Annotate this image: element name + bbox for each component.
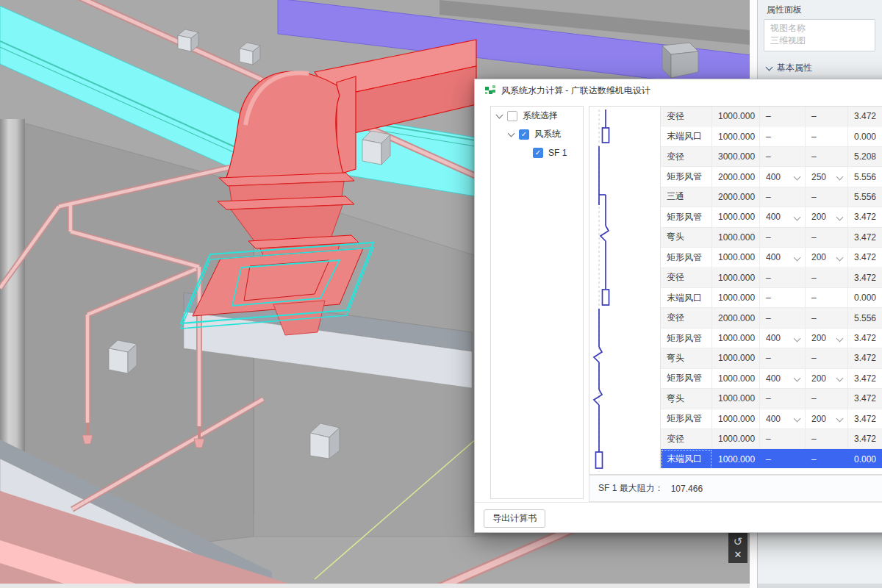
dialog-titlebar[interactable]: 风系统水力计算 - 广联达数维机电设计: [475, 79, 882, 101]
table-row[interactable]: 变径1000.000––3.472: [661, 268, 882, 288]
table-cell: 5.208: [848, 147, 882, 167]
chevron-down-icon[interactable]: [508, 129, 515, 137]
calculation-area: 变径1000.000––3.472末端风口1000.000––0.000变径30…: [589, 106, 882, 475]
chevron-down-icon[interactable]: [836, 173, 844, 181]
table-cell: 3.472: [848, 329, 882, 348]
close-view-icon[interactable]: ✕: [734, 548, 742, 561]
table-cell: 3.472: [848, 429, 882, 449]
chevron-down-icon[interactable]: [496, 111, 503, 118]
table-cell: –: [760, 187, 806, 207]
table-cell: 末端风口: [661, 449, 712, 468]
table-cell: 矩形风管: [661, 207, 712, 227]
table-row[interactable]: 变径1000.000––3.472: [661, 107, 882, 126]
chevron-down-icon[interactable]: [794, 213, 801, 220]
size-dropdown-cell[interactable]: 400: [760, 248, 806, 268]
chevron-down-icon[interactable]: [836, 375, 844, 382]
tree-item-sf1[interactable]: ✓ SF 1: [491, 143, 583, 162]
table-row[interactable]: 末端风口1000.000––0.000: [661, 126, 882, 146]
checkbox[interactable]: ✓: [533, 148, 543, 158]
terminal-symbol: [603, 290, 609, 305]
table-cell: 3.472: [848, 228, 882, 248]
elbow-symbol: [594, 390, 602, 405]
table-cell: 3.472: [848, 248, 882, 268]
table-cell: 5.556: [848, 187, 882, 207]
table-row[interactable]: 弯头1000.000––3.472: [661, 228, 882, 248]
table-cell: 3.472: [848, 389, 882, 409]
table-row[interactable]: 矩形风管1000.0004002003.472: [661, 369, 882, 389]
basic-properties-label: 基本属性: [777, 62, 812, 74]
table-cell: 1000.000: [712, 348, 760, 368]
basic-properties-section[interactable]: 基本属性: [767, 62, 812, 74]
size-dropdown-cell[interactable]: 250: [806, 167, 848, 187]
table-row[interactable]: 弯头1000.000––3.472: [661, 348, 882, 368]
table-cell: 2000.000: [712, 187, 760, 207]
dialog-title: 风系统水力计算 - 广联达数维机电设计: [501, 85, 650, 97]
size-dropdown-cell[interactable]: 400: [760, 207, 806, 227]
table-cell: 2000.000: [712, 167, 760, 187]
chevron-down-icon[interactable]: [836, 334, 844, 342]
table-row[interactable]: 变径2000.000––5.556: [661, 308, 882, 328]
chevron-down-icon[interactable]: [794, 173, 801, 181]
table-cell: 3.472: [848, 348, 882, 368]
size-dropdown-cell[interactable]: 200: [806, 329, 848, 348]
table-row[interactable]: 末端风口1000.000––0.000: [661, 449, 882, 468]
tree-item-air-system[interactable]: ✓ 风系统: [491, 125, 583, 143]
junction-box-near-duct: [362, 131, 390, 165]
terminal-symbol: [603, 128, 609, 143]
chevron-down-icon[interactable]: [836, 254, 844, 261]
chevron-down-icon[interactable]: [836, 415, 844, 423]
table-cell: 弯头: [661, 389, 712, 409]
chevron-down-icon[interactable]: [794, 415, 801, 423]
chevron-down-icon[interactable]: [794, 254, 801, 261]
chevron-down-icon[interactable]: [836, 213, 844, 220]
table-row[interactable]: 矩形风管1000.0004002003.472: [661, 248, 882, 268]
size-dropdown-cell[interactable]: 400: [760, 167, 806, 187]
table-cell: 三通: [661, 187, 712, 207]
table-cell: 1000.000: [712, 268, 760, 288]
table-row[interactable]: 弯头1000.000––3.472: [661, 389, 882, 409]
status-bar: SF 1 最大阻力： 107.466: [589, 475, 882, 502]
table-cell: –: [760, 147, 806, 167]
tree-item-label: 风系统: [534, 128, 561, 140]
table-cell: –: [760, 107, 806, 126]
size-dropdown-cell[interactable]: 400: [760, 369, 806, 389]
table-cell: –: [806, 187, 848, 207]
size-dropdown-cell[interactable]: 400: [760, 329, 806, 348]
table-row[interactable]: 矩形风管1000.0004002003.472: [661, 207, 882, 227]
max-resistance-value: 107.466: [671, 484, 703, 494]
size-dropdown-cell[interactable]: 200: [806, 207, 848, 227]
chevron-down-icon[interactable]: [794, 334, 801, 342]
view-name-value: 三维视图: [770, 35, 869, 47]
checkbox[interactable]: ✓: [519, 129, 529, 140]
export-report-button[interactable]: 导出计算书: [484, 509, 545, 528]
segments-table: 变径1000.000––3.472末端风口1000.000––0.000变径30…: [660, 107, 882, 468]
table-cell: 5.556: [848, 308, 882, 328]
table-row[interactable]: 变径1000.000––3.472: [661, 429, 882, 449]
table-row[interactable]: 矩形风管1000.0004002003.472: [661, 329, 882, 348]
junction-box-floor: [310, 423, 340, 459]
table-row[interactable]: 三通2000.000––5.556: [661, 187, 882, 207]
table-cell: 变径: [661, 107, 712, 126]
view-name-label: 视图名称: [770, 22, 869, 35]
undo-view-icon[interactable]: ↺: [734, 535, 743, 548]
tree-item-label: SF 1: [548, 148, 567, 158]
chevron-down-icon[interactable]: [794, 375, 801, 382]
table-cell: 变径: [661, 429, 712, 449]
table-cell: –: [760, 228, 806, 248]
size-dropdown-cell[interactable]: 400: [760, 409, 806, 429]
table-row[interactable]: 矩形风管1000.0004002003.472: [661, 409, 882, 429]
table-row[interactable]: 矩形风管2000.0004002505.556: [661, 167, 882, 187]
table-cell: 矩形风管: [661, 409, 712, 429]
table-row[interactable]: 末端风口1000.000––0.000: [661, 288, 882, 308]
size-dropdown-cell[interactable]: 200: [806, 409, 848, 429]
terminal-symbol: [596, 452, 603, 468]
checkbox[interactable]: [507, 111, 517, 121]
table-cell: –: [760, 308, 806, 328]
table-row[interactable]: 变径3000.000––5.208: [661, 147, 882, 167]
view-name-box[interactable]: 视图名称 三维视图: [764, 19, 875, 51]
size-dropdown-cell[interactable]: 200: [806, 248, 848, 268]
size-dropdown-cell[interactable]: 200: [806, 369, 848, 389]
tree-item-system-select[interactable]: 系统选择: [491, 107, 583, 125]
table-cell: 1000.000: [712, 329, 760, 348]
table-cell: 0.000: [848, 288, 882, 308]
